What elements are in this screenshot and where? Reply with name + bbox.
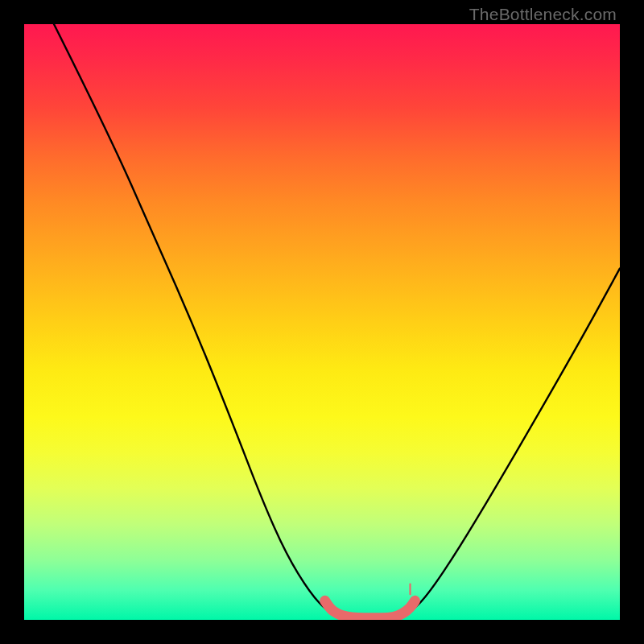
optimal-zone-marker [325, 601, 415, 617]
attribution-text: TheBottleneck.com [469, 5, 617, 24]
plot-svg [24, 24, 620, 620]
bottleneck-curve [54, 24, 620, 619]
